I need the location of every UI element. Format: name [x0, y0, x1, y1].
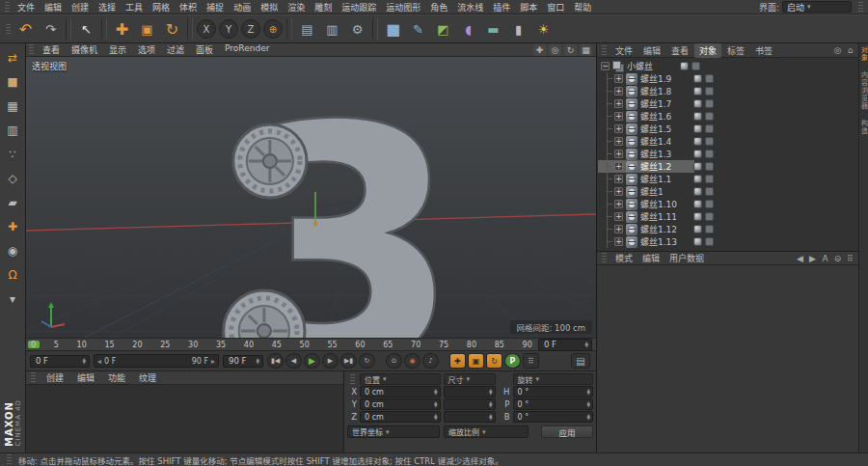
rotation-field[interactable]: 0 °: [513, 398, 594, 410]
object-row[interactable]: − 小螺丝: [598, 60, 857, 72]
object-row[interactable]: + 螺丝1.9: [598, 72, 857, 85]
expand-toggle[interactable]: +: [614, 74, 623, 83]
back-icon[interactable]: ◀: [794, 254, 806, 263]
keyframe-rotation-toggle[interactable]: ↻: [486, 353, 502, 369]
home-icon[interactable]: ⌂: [844, 45, 856, 55]
add-floor-button[interactable]: ▬: [481, 17, 505, 41]
end-frame-field[interactable]: 90 F: [223, 355, 263, 368]
tag-icon[interactable]: [692, 62, 700, 70]
rotate-view-icon[interactable]: ↻: [564, 44, 577, 56]
panel-drag-handle[interactable]: [350, 374, 355, 385]
phong-tag-icon[interactable]: [693, 162, 702, 171]
previous-frame-button[interactable]: ◀: [285, 353, 302, 369]
menu-item[interactable]: 窗口: [542, 0, 569, 14]
timeline-window-button[interactable]: ▤: [571, 353, 590, 369]
object-manager-tab[interactable]: 标签: [722, 43, 749, 58]
object-row[interactable]: + 螺丝1.4: [598, 135, 857, 148]
tag-icon[interactable]: [705, 200, 714, 208]
lock-x-axis-button[interactable]: X: [197, 19, 216, 39]
live-selection-tool[interactable]: ↖: [74, 17, 98, 41]
dock-tab[interactable]: 构造: [859, 120, 868, 135]
attribute-manager-menu[interactable]: 编辑: [637, 251, 665, 265]
start-frame-field[interactable]: 0 F: [30, 355, 90, 368]
object-manager-tab[interactable]: 文件: [610, 43, 637, 58]
object-origin[interactable]: [313, 222, 317, 226]
dock-tab[interactable]: 内容浏览器: [859, 71, 868, 110]
stepper-icon[interactable]: [83, 358, 86, 365]
panel-drag-handle[interactable]: [6, 24, 11, 35]
expand-toggle[interactable]: +: [614, 162, 623, 171]
coordinate-system-select[interactable]: 世界坐标: [347, 425, 440, 438]
phong-tag-icon[interactable]: [693, 124, 702, 133]
material-tab[interactable]: 编辑: [70, 371, 101, 384]
expand-toggle[interactable]: +: [614, 187, 623, 196]
lock-z-axis-button[interactable]: Z: [241, 19, 260, 39]
add-camera-button[interactable]: ▮: [506, 17, 530, 41]
menu-item[interactable]: 创建: [67, 0, 94, 14]
view-label[interactable]: 透视视图: [32, 60, 67, 72]
attribute-manager-menu[interactable]: 用户数据: [665, 251, 709, 265]
viewport-menu-item[interactable]: 过滤: [161, 43, 190, 56]
menu-item[interactable]: 捕捉: [202, 0, 229, 14]
object-list[interactable]: − 小螺丝 + 螺丝1.9: [597, 58, 858, 251]
play-sound-button[interactable]: ♪: [422, 353, 439, 369]
toolbar-separator[interactable]: [372, 18, 378, 40]
timeline-ruler[interactable]: 051015202530354045505560657075808590 0 F: [26, 338, 596, 351]
object-row[interactable]: + 螺丝1.8: [598, 85, 857, 97]
panel-drag-handle[interactable]: [7, 454, 12, 465]
menu-item[interactable]: 工具: [121, 0, 148, 14]
a-mode-icon[interactable]: A: [819, 254, 831, 263]
menu-item[interactable]: 网格: [148, 0, 175, 14]
menu-item[interactable]: 角色: [425, 0, 452, 14]
menu-item[interactable]: 脚本: [515, 0, 542, 14]
dock-tab[interactable]: 对象: [859, 46, 868, 62]
keyframe-pla-toggle[interactable]: ⠿: [523, 353, 539, 369]
viewport-menu-item[interactable]: 查看: [37, 43, 66, 56]
size-field[interactable]: [444, 398, 496, 410]
redo-button[interactable]: ↷: [39, 17, 63, 41]
expand-toggle[interactable]: +: [614, 99, 623, 108]
coordinate-system-button[interactable]: ⊕: [263, 19, 283, 39]
undo-button[interactable]: ↶: [14, 17, 38, 41]
goto-end-button[interactable]: ▶▮: [340, 353, 357, 369]
menu-item[interactable]: 运动图形: [381, 0, 425, 14]
material-tab[interactable]: 功能: [101, 371, 132, 384]
object-manager-tab[interactable]: 查看: [666, 43, 693, 58]
expand-toggle[interactable]: +: [614, 237, 623, 246]
tag-icon[interactable]: [705, 124, 714, 133]
tag-icon[interactable]: [705, 150, 714, 158]
keyframe-parameter-toggle[interactable]: P: [504, 353, 521, 369]
lock-y-axis-button[interactable]: Y: [219, 19, 238, 39]
autokey-button[interactable]: ◉: [404, 353, 420, 369]
toolbar-separator[interactable]: [286, 18, 292, 40]
expand-toggle[interactable]: +: [614, 150, 623, 158]
filter-icon[interactable]: ◎: [831, 45, 844, 55]
rotation-field[interactable]: 0 °: [513, 386, 594, 397]
object-row[interactable]: + 螺丝1.1: [598, 173, 857, 185]
size-ratio-select[interactable]: 缩放比例: [444, 425, 529, 438]
pan-view-icon[interactable]: ✚: [533, 44, 546, 56]
stepper-icon[interactable]: [489, 414, 492, 421]
tag-icon[interactable]: [705, 237, 714, 246]
expand-toggle[interactable]: −: [601, 62, 610, 70]
move-tool[interactable]: ✚: [110, 17, 134, 41]
stepper-icon[interactable]: [434, 401, 437, 408]
object-row[interactable]: + 螺丝1.5: [598, 123, 857, 135]
menu-item[interactable]: 选择: [94, 0, 121, 14]
add-deformer-button[interactable]: ◖: [456, 17, 480, 41]
phong-tag-icon[interactable]: [693, 225, 702, 233]
panel-drag-handle[interactable]: [858, 2, 863, 13]
toggle-views-icon[interactable]: ▦: [580, 44, 592, 56]
grid-icon[interactable]: ⠿: [844, 254, 856, 263]
add-cube-button[interactable]: ■: [381, 17, 405, 41]
model-mode-button[interactable]: ■: [1, 69, 24, 94]
material-tab[interactable]: 创建: [40, 371, 70, 384]
scale-tool[interactable]: ▣: [135, 17, 159, 41]
stepper-icon[interactable]: [587, 389, 590, 396]
expand-toggle[interactable]: +: [614, 124, 623, 133]
menu-item[interactable]: 渲染: [283, 0, 310, 14]
next-frame-button[interactable]: ▶: [322, 353, 339, 369]
phong-tag-icon[interactable]: [693, 187, 702, 196]
enable-axis-button[interactable]: ✚: [1, 214, 24, 238]
phong-tag-icon[interactable]: [693, 99, 702, 108]
